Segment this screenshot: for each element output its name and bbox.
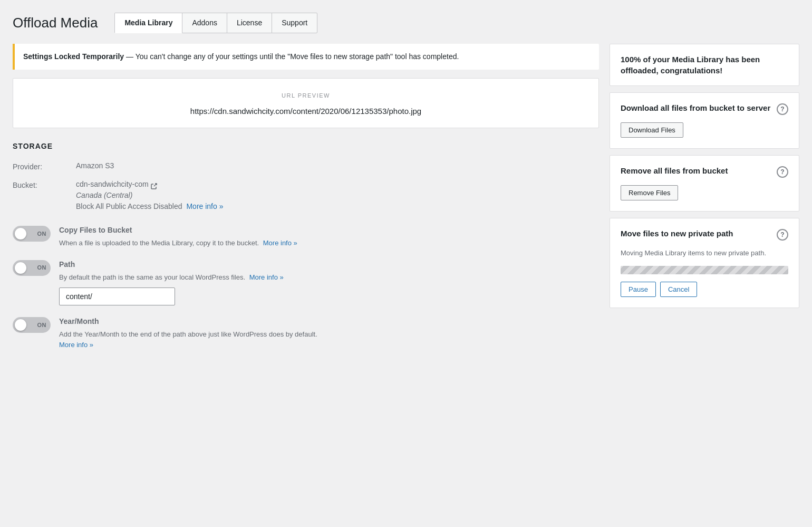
alert-body: — You can't change any of your settings … bbox=[124, 52, 459, 61]
move-files-actions: Pause Cancel bbox=[621, 282, 788, 297]
move-files-title: Move files to new private path bbox=[621, 228, 772, 239]
copy-files-desc: When a file is uploaded to the Media Lib… bbox=[59, 238, 297, 248]
toggle-on-label: ON bbox=[37, 229, 47, 238]
bucket-access: Block All Public Access Disabled More in… bbox=[76, 201, 599, 212]
remove-files-button[interactable]: Remove Files bbox=[621, 185, 678, 200]
copy-files-row: ON Copy Files to Bucket When a file is u… bbox=[13, 225, 599, 248]
path-input[interactable] bbox=[59, 288, 175, 305]
download-help-icon[interactable]: ? bbox=[777, 103, 788, 115]
year-month-on-label: ON bbox=[37, 321, 47, 330]
tab-license[interactable]: License bbox=[227, 13, 272, 33]
download-card-title: Download all files from bucket to server bbox=[621, 102, 772, 113]
download-files-button[interactable]: Download Files bbox=[621, 122, 683, 138]
remove-card: Remove all files from bucket ? Remove Fi… bbox=[610, 155, 799, 212]
year-month-row: ON Year/Month Add the Year/Month to the … bbox=[13, 316, 599, 350]
bucket-label: Bucket: bbox=[13, 179, 76, 212]
copy-files-more-info[interactable]: More info » bbox=[263, 239, 297, 247]
toggle-knob-path bbox=[15, 262, 26, 274]
copy-files-toggle[interactable]: ON bbox=[13, 226, 51, 242]
page-title: Offload Media bbox=[13, 13, 98, 33]
copy-files-title: Copy Files to Bucket bbox=[59, 225, 297, 236]
remove-card-title: Remove all files from bucket bbox=[621, 165, 772, 176]
remove-help-icon[interactable]: ? bbox=[777, 166, 788, 178]
path-toggle[interactable]: ON bbox=[13, 260, 51, 276]
provider-label: Provider: bbox=[13, 160, 76, 173]
storage-section-title: STORAGE bbox=[13, 141, 599, 152]
external-link-icon[interactable] bbox=[151, 181, 157, 188]
page-header: Offload Media Media Library Addons Licen… bbox=[13, 13, 799, 33]
year-month-desc: Add the Year/Month to the end of the pat… bbox=[59, 329, 317, 350]
bucket-link: cdn-sandwichcity-com bbox=[76, 179, 157, 190]
toggle-knob bbox=[15, 228, 26, 239]
tab-addons[interactable]: Addons bbox=[182, 13, 227, 33]
cancel-button[interactable]: Cancel bbox=[660, 282, 697, 297]
path-input-row bbox=[59, 288, 284, 305]
url-preview-value: https://cdn.sandwichcity.com/content/202… bbox=[24, 106, 588, 118]
storage-grid: Provider: Amazon S3 Bucket: cdn-sandwich… bbox=[13, 160, 599, 212]
alert-bold: Settings Locked Temporarily bbox=[23, 52, 124, 61]
url-preview-box: URL PREVIEW https://cdn.sandwichcity.com… bbox=[13, 78, 599, 128]
bucket-region: Canada (Central) bbox=[76, 190, 599, 201]
move-files-desc: Moving Media Library items to new privat… bbox=[621, 248, 788, 258]
year-month-content: Year/Month Add the Year/Month to the end… bbox=[59, 316, 317, 350]
page-wrapper: Offload Media Media Library Addons Licen… bbox=[0, 0, 812, 373]
year-month-toggle[interactable]: ON bbox=[13, 317, 51, 333]
storage-section: STORAGE Provider: Amazon S3 Bucket: cdn-… bbox=[13, 141, 599, 350]
url-preview-label: URL PREVIEW bbox=[24, 91, 588, 100]
path-desc: By default the path is the same as your … bbox=[59, 272, 284, 283]
main-content: Settings Locked Temporarily — You can't … bbox=[13, 44, 599, 360]
pause-button[interactable]: Pause bbox=[621, 282, 656, 297]
alert-box: Settings Locked Temporarily — You can't … bbox=[13, 44, 599, 70]
toggle-knob-year bbox=[15, 319, 26, 331]
year-month-title: Year/Month bbox=[59, 316, 317, 327]
congratulations-card: 100% of your Media Library has been offl… bbox=[610, 44, 799, 86]
provider-value: Amazon S3 bbox=[76, 160, 599, 173]
download-card-header: Download all files from bucket to server… bbox=[621, 102, 788, 115]
move-files-progress-bar bbox=[621, 266, 788, 274]
bucket-more-info-link[interactable]: More info » bbox=[186, 202, 223, 210]
path-more-info[interactable]: More info » bbox=[249, 273, 284, 281]
congratulations-text: 100% of your Media Library has been offl… bbox=[621, 54, 788, 76]
move-files-card-header: Move files to new private path ? bbox=[621, 228, 788, 241]
nav-tabs: Media Library Addons License Support bbox=[114, 13, 317, 33]
path-title: Path bbox=[59, 259, 284, 270]
path-content: Path By default the path is the same as … bbox=[59, 259, 284, 306]
download-card: Download all files from bucket to server… bbox=[610, 92, 799, 149]
move-files-help-icon[interactable]: ? bbox=[777, 229, 788, 241]
year-month-more-info[interactable]: More info » bbox=[59, 341, 93, 349]
main-layout: Settings Locked Temporarily — You can't … bbox=[13, 44, 799, 360]
tab-support[interactable]: Support bbox=[272, 13, 317, 33]
tab-media-library[interactable]: Media Library bbox=[114, 13, 182, 33]
copy-files-content: Copy Files to Bucket When a file is uplo… bbox=[59, 225, 297, 248]
alert-text: Settings Locked Temporarily — You can't … bbox=[23, 51, 591, 62]
move-files-card: Move files to new private path ? Moving … bbox=[610, 218, 799, 308]
sidebar: 100% of your Media Library has been offl… bbox=[610, 44, 799, 308]
path-row: ON Path By default the path is the same … bbox=[13, 259, 599, 306]
path-toggle-on-label: ON bbox=[37, 263, 47, 272]
bucket-value-cell: cdn-sandwichcity-com Canada (Central) bbox=[76, 179, 599, 212]
bucket-name: cdn-sandwichcity-com bbox=[76, 179, 149, 190]
remove-card-header: Remove all files from bucket ? bbox=[621, 165, 788, 178]
